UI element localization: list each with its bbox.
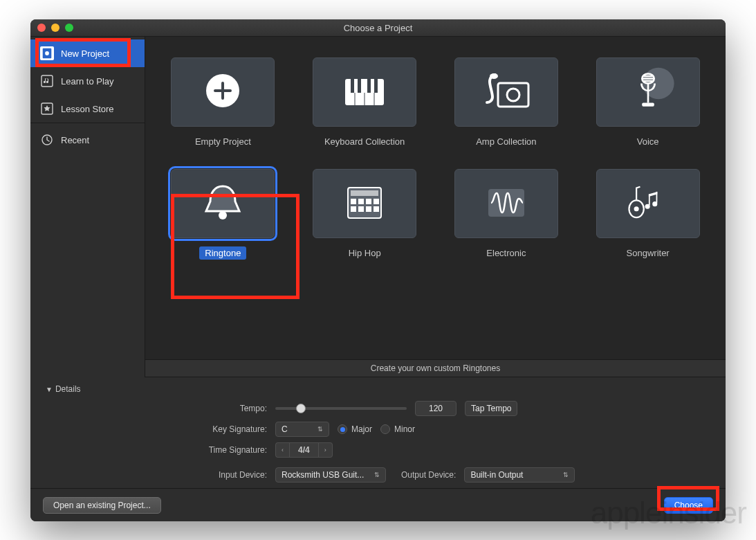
sidebar-item-label: Learn to Play xyxy=(61,76,114,87)
sidebar-item-lesson-store[interactable]: Lesson Store xyxy=(30,95,145,123)
watermark: appleinsider xyxy=(591,496,746,530)
template-hip-hop[interactable]: Hip Hop xyxy=(308,169,422,260)
template-label: Amp Collection xyxy=(470,135,542,148)
plus-icon xyxy=(195,66,250,118)
template-label: Empty Project xyxy=(190,135,257,148)
details-title: Details xyxy=(55,384,81,394)
template-label: Hip Hop xyxy=(343,246,387,260)
lesson-store-icon xyxy=(40,102,54,116)
recent-icon xyxy=(40,133,54,147)
sidebar-item-recent[interactable]: Recent xyxy=(30,126,145,154)
wave-icon xyxy=(479,178,534,229)
input-device-label: Input Device: xyxy=(46,470,267,480)
sidebar-item-label: New Project xyxy=(61,48,109,59)
template-voice[interactable]: Voice xyxy=(591,57,705,148)
sidebar-item-label: Lesson Store xyxy=(61,104,114,114)
template-amp-collection[interactable]: Amp Collection xyxy=(450,57,564,148)
template-keyboard-collection[interactable]: Keyboard Collection xyxy=(308,57,422,148)
output-device-label: Output Device: xyxy=(401,470,456,480)
tempo-slider[interactable] xyxy=(275,407,407,410)
disclosure-triangle-icon: ▼ xyxy=(46,386,53,393)
sidebar: New Project Learn to Play Lesson Store xyxy=(30,37,145,377)
svg-point-40 xyxy=(652,201,657,206)
svg-rect-31 xyxy=(358,206,364,212)
time-sig-value: 4/4 xyxy=(289,442,319,458)
svg-rect-22 xyxy=(642,103,654,107)
learn-to-play-icon xyxy=(40,74,54,88)
chevron-updown-icon: ⇅ xyxy=(374,471,380,478)
mic-icon xyxy=(620,66,676,118)
sidebar-item-learn-to-play[interactable]: Learn to Play xyxy=(30,67,145,95)
svg-point-36 xyxy=(634,206,638,211)
template-description: Create your own custom Ringtones xyxy=(145,359,726,377)
window-title: Choose a Project xyxy=(30,23,726,33)
tempo-label: Tempo: xyxy=(46,404,267,413)
svg-rect-29 xyxy=(374,199,379,204)
input-device-select[interactable]: Rocksmith USB Guit... ⇅ xyxy=(275,467,386,483)
radio-major[interactable]: Major xyxy=(338,424,372,434)
sidebar-item-new-project[interactable]: New Project xyxy=(30,39,145,67)
svg-rect-9 xyxy=(367,79,371,93)
template-label: Electronic xyxy=(481,246,531,260)
open-existing-button[interactable]: Open an existing Project... xyxy=(43,497,161,514)
svg-rect-7 xyxy=(351,79,354,93)
template-songwriter[interactable]: Songwriter xyxy=(591,169,705,260)
template-label: Keyboard Collection xyxy=(319,135,410,148)
new-project-icon xyxy=(40,46,54,60)
mpc-icon xyxy=(337,178,392,229)
chevron-updown-icon: ⇅ xyxy=(563,471,569,478)
svg-point-1 xyxy=(45,51,49,55)
svg-point-15 xyxy=(507,89,519,101)
template-electronic[interactable]: Electronic xyxy=(450,169,564,260)
chevron-updown-icon: ⇅ xyxy=(317,426,323,433)
project-chooser-window: Choose a Project New Project Learn to Pl… xyxy=(30,19,726,521)
output-device-select[interactable]: Built-in Output ⇅ xyxy=(464,467,575,483)
svg-point-16 xyxy=(490,73,498,79)
template-label: Voice xyxy=(631,135,665,148)
details-toggle[interactable]: ▼ Details xyxy=(46,384,710,394)
main-panel: Empty Project Keyboard Collection Amp Co… xyxy=(145,37,726,377)
key-select[interactable]: C ⇅ xyxy=(275,422,329,437)
time-signature-label: Time Signature: xyxy=(46,445,267,455)
template-gallery: Empty Project Keyboard Collection Amp Co… xyxy=(145,37,726,359)
svg-rect-25 xyxy=(351,190,378,196)
svg-rect-26 xyxy=(351,199,356,204)
svg-point-38 xyxy=(645,204,649,209)
svg-rect-32 xyxy=(366,206,371,212)
slider-knob-icon[interactable] xyxy=(296,404,306,413)
svg-rect-30 xyxy=(351,206,356,212)
chevron-right-icon[interactable]: › xyxy=(319,442,333,458)
bell-icon xyxy=(195,178,250,229)
template-label: Songwriter xyxy=(621,246,675,260)
template-empty-project[interactable]: Empty Project xyxy=(166,57,280,148)
svg-rect-10 xyxy=(374,79,378,93)
template-ringtone[interactable]: Ringtone xyxy=(166,169,280,260)
svg-rect-14 xyxy=(498,83,528,107)
key-signature-label: Key Signature: xyxy=(46,424,267,434)
svg-rect-8 xyxy=(358,79,361,93)
keyboard-icon xyxy=(337,66,392,118)
svg-point-23 xyxy=(219,211,227,219)
sidebar-item-label: Recent xyxy=(61,135,89,145)
time-signature-stepper[interactable]: ‹ 4/4 › xyxy=(275,442,333,458)
guitar-notes-icon xyxy=(620,178,676,229)
svg-rect-28 xyxy=(366,199,371,204)
template-label: Ringtone xyxy=(199,246,246,260)
chevron-left-icon[interactable]: ‹ xyxy=(275,442,289,458)
details-panel: ▼ Details Tempo: 120 Tap Tempo Key Signa… xyxy=(30,377,726,488)
tempo-value[interactable]: 120 xyxy=(415,401,457,416)
svg-rect-27 xyxy=(358,199,364,204)
radio-dot-icon xyxy=(380,424,390,434)
amp-icon xyxy=(479,66,534,118)
tap-tempo-button[interactable]: Tap Tempo xyxy=(465,401,517,416)
titlebar: Choose a Project xyxy=(30,19,726,37)
radio-dot-icon xyxy=(338,424,347,434)
radio-minor[interactable]: Minor xyxy=(380,424,415,434)
svg-rect-33 xyxy=(374,206,379,212)
